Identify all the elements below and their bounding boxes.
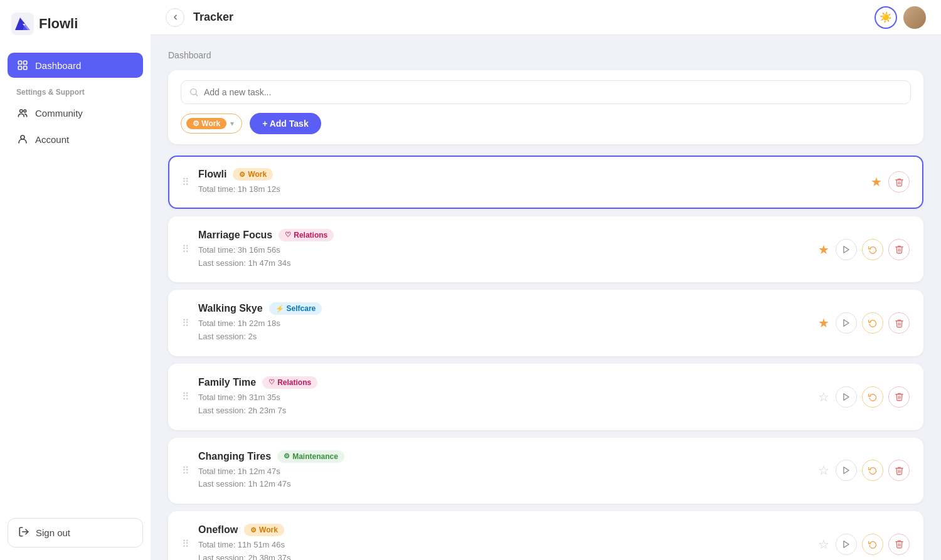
star-button[interactable]: ☆ <box>817 462 831 479</box>
task-input-card: ⚙ Work ▾ + Add Task <box>168 70 923 144</box>
avatar[interactable] <box>903 6 926 29</box>
delete-button[interactable] <box>888 534 910 555</box>
tag-icon: ⚙ <box>239 171 245 179</box>
reset-button[interactable] <box>862 312 883 334</box>
task-last-session: Last session: 1h 47m 34s <box>198 257 808 270</box>
star-button[interactable]: ★ <box>817 314 831 332</box>
reset-button[interactable] <box>862 386 883 408</box>
task-title-row: Family Time ♡ Relations <box>198 376 808 389</box>
drag-handle[interactable]: ⠿ <box>182 317 189 329</box>
app-name: Flowli <box>39 16 78 32</box>
delete-button[interactable] <box>888 386 910 408</box>
star-filled-icon: ★ <box>818 243 829 256</box>
sidebar-item-community[interactable]: Community <box>8 100 143 125</box>
drag-handle[interactable]: ⠿ <box>182 391 189 403</box>
task-total-time: Total time: 1h 22m 18s <box>198 317 808 330</box>
collapse-sidebar-button[interactable] <box>166 8 184 27</box>
drag-handle[interactable]: ⠿ <box>182 465 189 477</box>
delete-button[interactable] <box>888 312 910 334</box>
task-title-row: Marriage Focus ♡ Relations <box>198 229 808 241</box>
play-button[interactable] <box>836 239 857 260</box>
topbar: Tracker ☀️ <box>151 0 941 35</box>
tag-icon: ⚙ <box>250 526 257 534</box>
page-title: Tracker <box>193 11 866 24</box>
sign-out-button[interactable]: Sign out <box>8 518 143 547</box>
task-card: ⠿ Oneflow ⚙ Work Total time: 11h 51m 46s… <box>168 511 923 560</box>
tag-label: Selfcare <box>287 304 316 313</box>
task-total-time: Total time: 1h 12m 47s <box>198 465 808 478</box>
play-button[interactable] <box>836 460 857 481</box>
task-actions: ★ <box>869 171 910 193</box>
star-empty-icon: ☆ <box>818 390 829 404</box>
task-tag: ⚡ Selfcare <box>269 302 322 315</box>
task-meta: Total time: 1h 22m 18s Last session: 2s <box>198 317 808 344</box>
drag-handle[interactable]: ⠿ <box>182 176 189 188</box>
tag-icon: ♡ <box>268 378 275 386</box>
reset-button[interactable] <box>862 534 883 555</box>
sign-out-icon <box>18 526 29 539</box>
svg-marker-14 <box>844 467 849 474</box>
play-button[interactable] <box>836 386 857 408</box>
svg-rect-4 <box>24 61 27 64</box>
task-controls: ⚙ Work ▾ + Add Task <box>181 113 911 134</box>
category-label: Work <box>201 119 220 128</box>
task-title-row: Oneflow ⚙ Work <box>198 524 808 536</box>
task-tag: ⚙ Work <box>233 168 273 181</box>
task-actions: ☆ <box>817 460 910 481</box>
task-actions: ★ <box>817 312 910 334</box>
task-info: Walking Skye ⚡ Selfcare Total time: 1h 2… <box>198 302 808 344</box>
svg-rect-3 <box>18 61 21 64</box>
task-list: ⠿ Flowli ⚙ Work Total time: 1h 18m 12s ★ <box>168 156 923 560</box>
task-actions: ☆ <box>817 534 910 555</box>
task-card: ⠿ Changing Tires ⚙ Maintenance Total tim… <box>168 438 923 504</box>
task-actions: ★ <box>817 239 910 260</box>
reset-button[interactable] <box>862 460 883 481</box>
task-title: Marriage Focus <box>198 230 272 241</box>
drag-handle[interactable]: ⠿ <box>182 243 189 255</box>
task-info: Changing Tires ⚙ Maintenance Total time:… <box>198 450 808 492</box>
delete-button[interactable] <box>888 171 910 193</box>
task-meta: Total time: 1h 12m 47s Last session: 1h … <box>198 465 808 492</box>
task-total-time: Total time: 1h 18m 12s <box>198 183 861 196</box>
task-title: Family Time <box>198 377 256 388</box>
task-actions: ☆ <box>817 386 910 408</box>
drag-handle[interactable]: ⠿ <box>182 538 189 550</box>
star-button[interactable]: ☆ <box>817 536 831 553</box>
delete-button[interactable] <box>888 460 910 481</box>
sidebar-item-dashboard[interactable]: Dashboard <box>8 53 143 78</box>
task-tag: ♡ Relations <box>279 229 334 241</box>
reset-button[interactable] <box>862 239 883 260</box>
svg-marker-15 <box>844 541 849 548</box>
play-button[interactable] <box>836 312 857 334</box>
add-task-button[interactable]: + Add Task <box>250 113 321 134</box>
avatar-image <box>903 6 926 29</box>
task-total-time: Total time: 9h 31m 35s <box>198 391 808 404</box>
theme-toggle-button[interactable]: ☀️ <box>875 6 897 29</box>
star-button[interactable]: ★ <box>817 241 831 258</box>
breadcrumb: Dashboard <box>168 50 923 60</box>
star-empty-icon: ☆ <box>818 463 829 477</box>
task-title-row: Flowli ⚙ Work <box>198 168 861 181</box>
star-button[interactable]: ☆ <box>817 388 831 406</box>
chevron-down-icon: ▾ <box>230 119 234 128</box>
sidebar-item-account[interactable]: Account <box>8 127 143 152</box>
play-button[interactable] <box>836 534 857 555</box>
task-meta: Total time: 11h 51m 46s Last session: 2h… <box>198 539 808 560</box>
delete-button[interactable] <box>888 239 910 260</box>
svg-marker-12 <box>844 320 849 327</box>
category-select[interactable]: ⚙ Work ▾ <box>181 114 242 134</box>
tag-icon: ⚡ <box>275 305 284 313</box>
settings-section-label: Settings & Support <box>8 79 143 100</box>
task-card: ⠿ Flowli ⚙ Work Total time: 1h 18m 12s ★ <box>168 156 923 209</box>
topbar-right: ☀️ <box>875 6 926 29</box>
star-button[interactable]: ★ <box>869 173 883 191</box>
search-input[interactable] <box>181 80 911 104</box>
task-title-row: Walking Skye ⚡ Selfcare <box>198 302 808 315</box>
task-title: Flowli <box>198 169 226 180</box>
logo-icon <box>11 13 34 35</box>
sun-icon: ☀️ <box>880 11 892 23</box>
task-title-row: Changing Tires ⚙ Maintenance <box>198 450 808 463</box>
tag-icon: ⚙ <box>284 452 290 460</box>
task-info: Marriage Focus ♡ Relations Total time: 3… <box>198 229 808 270</box>
task-card: ⠿ Walking Skye ⚡ Selfcare Total time: 1h… <box>168 290 923 356</box>
